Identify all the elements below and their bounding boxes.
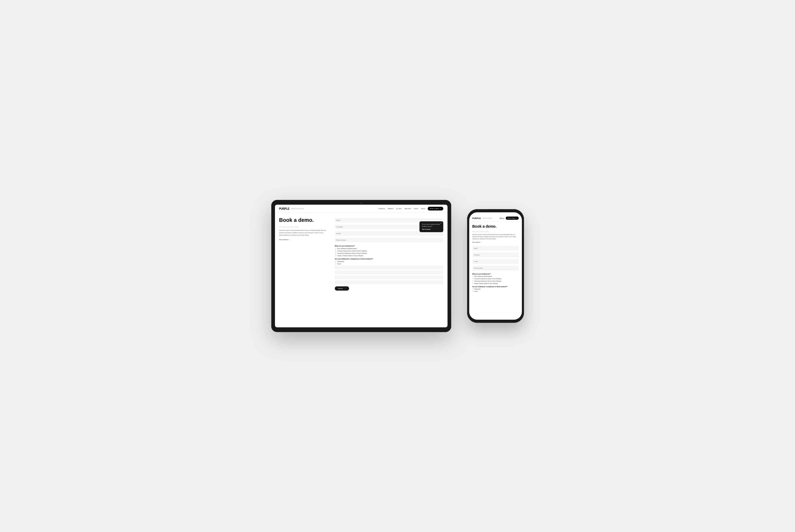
tablet-radio-2-2[interactable] (335, 263, 336, 265)
tablet-form-panel: What are you looking for?* Hyro Software… (332, 217, 443, 323)
tablet-option-2-1: Temporary (335, 261, 443, 262)
tablet-option-label-1-2: Customer Experience Center & Hyro Softwa… (338, 250, 367, 252)
phone-option-label-1-1: Hyro Software implementation (474, 276, 492, 277)
tablet-left-panel: Book a demo. Let's show you how it works… (279, 217, 332, 323)
phone-radio-2-2[interactable] (472, 290, 474, 292)
scene: PURPLE Digital Storytelling Solutions Pl… (255, 184, 540, 348)
tablet-radio-1-2[interactable] (335, 250, 336, 252)
tablet-content: Book a demo. Let's show you how it works… (275, 213, 448, 327)
tablet-radio-1-3[interactable] (335, 252, 336, 254)
phone-radio-2-1[interactable] (472, 288, 474, 289)
tablet-option-label-1-1: Hyro Software implementation (338, 248, 357, 249)
phone-description: Feel free to get in touch and talk about… (472, 233, 519, 240)
tablet-option-label-2-1: Temporary (338, 261, 344, 262)
tablet-radio-1-1[interactable] (335, 248, 336, 249)
tablet-camera (360, 202, 362, 204)
nav-link-solutions[interactable]: Solutions (378, 208, 385, 209)
tablet-logo-subtitle: Digital Storytelling (291, 208, 304, 209)
phone-option-label-1-3: Immersive Experience Room & Hyro Softwar… (474, 280, 502, 282)
phone-option-1-1: Hyro Software implementation (472, 276, 519, 277)
phone-email-input[interactable] (472, 259, 519, 264)
tablet-timeline-input[interactable] (335, 270, 443, 274)
tablet-device: PURPLE Digital Storytelling Solutions Pl… (271, 200, 451, 332)
tablet-radio-2-1[interactable] (335, 261, 336, 262)
tablet-purpose-input[interactable] (335, 281, 443, 284)
phone-option-1-3: Immersive Experience Room & Hyro Softwar… (472, 280, 519, 282)
tablet-logo: PURPLE Digital Storytelling (279, 207, 304, 210)
phone-phone-input[interactable] (472, 266, 519, 270)
nav-link-about[interactable]: About (421, 208, 425, 209)
phone-nav: PURPLE Digital Storytelling Menu Book a … (469, 212, 522, 222)
phone-logo-text: PURPLE (472, 217, 481, 220)
tablet-option-label-2-2: Fixed (338, 263, 341, 265)
phone-see-solutions-link[interactable]: See solutions (472, 242, 519, 243)
tablet-tooltip: ✕ Do you have a question before booking … (419, 221, 443, 232)
tablet-option-1-4: Studio / Hybrid solution & Hyro Software (335, 255, 443, 256)
tablet-see-solutions-link[interactable]: See solutions (279, 239, 327, 240)
tablet-phone-input[interactable] (335, 238, 443, 242)
phone-logo-subtitle: Digital Storytelling (483, 217, 492, 219)
tablet-location-input[interactable] (335, 265, 443, 269)
tooltip-cta[interactable]: Get in touch (422, 228, 441, 230)
tooltip-text: Do you have a question before booking a … (422, 224, 441, 227)
phone-section-label: Hello show you how it works (472, 231, 519, 232)
phone-screen: PURPLE Digital Storytelling Menu Book a … (469, 212, 522, 320)
phone-option-label-1-4: Studio / Hybrid solution & Hyro Software (474, 283, 498, 284)
phone-content: Book a demo. Hello show you how it works… (469, 222, 522, 320)
phone-nav-cta[interactable]: Book a demo (506, 216, 519, 220)
tablet-question-2: Are you looking for a temporary or fixed… (335, 258, 443, 260)
tablet-radio-1-4[interactable] (335, 255, 336, 256)
tablet-option-1-1: Hyro Software implementation (335, 248, 443, 249)
nav-link-approach[interactable]: Approach (404, 208, 411, 209)
phone-radio-1-1[interactable] (472, 276, 474, 277)
tablet-question-1: What are you looking for?* (335, 245, 443, 247)
tablet-option-label-1-3: Immersive Experience Room & Hyro Softwar… (338, 252, 367, 254)
nav-link-hyro[interactable]: Hyro (396, 208, 402, 209)
tooltip-close-icon[interactable]: ✕ (440, 222, 442, 225)
tablet-nav-cta-label: Book a demo (430, 208, 439, 209)
phone-device: PURPLE Digital Storytelling Menu Book a … (467, 209, 524, 323)
phone-option-1-2: Customer Experience Center & Hyro Softwa… (472, 278, 519, 280)
phone-option-label-2-1: Temporary (474, 288, 481, 290)
phone-option-label-1-2: Customer Experience Center & Hyro Softwa… (474, 278, 502, 280)
phone-option-label-2-2: Fixed (474, 290, 478, 292)
tablet-budget-input[interactable] (335, 276, 443, 279)
tablet-option-2-2: Fixed (335, 263, 443, 265)
tablet-option-label-1-4: Studio / Hybrid solution & Hyro Software (338, 255, 363, 256)
nav-link-cases[interactable]: Cases (414, 208, 418, 209)
phone-option-2-2: Fixed (472, 290, 519, 292)
phone-option-2-1: Temporary (472, 288, 519, 290)
phone-page-title: Book a demo. (472, 224, 519, 229)
phone-menu-link[interactable]: Menu (500, 217, 504, 219)
phone-radio-1-4[interactable] (472, 283, 474, 284)
phone-nav-cta-label: Book a demo (508, 217, 515, 219)
phone-question-2: Are you looking for a temporary or fixed… (472, 286, 519, 287)
tablet-nav: PURPLE Digital Storytelling Solutions Pl… (275, 205, 448, 213)
tablet-submit-label: Submit (338, 288, 343, 289)
phone-radio-1-2[interactable] (472, 278, 474, 279)
tablet-option-1-3: Immersive Experience Room & Hyro Softwar… (335, 252, 443, 254)
phone-logo: PURPLE Digital Storytelling (472, 217, 492, 220)
tablet-option-1-2: Customer Experience Center & Hyro Softwa… (335, 250, 443, 252)
tablet-section-label: Let's show you how it works (279, 226, 327, 228)
phone-radio-1-3[interactable] (472, 280, 474, 282)
phone-option-1-4: Studio / Hybrid solution & Hyro Software (472, 283, 519, 284)
tablet-submit-button[interactable]: Submit (335, 286, 349, 290)
tablet-nav-links: Solutions Platform Hyro Approach Cases A… (378, 207, 443, 210)
phone-question-1: What are you looking for?* (472, 273, 519, 275)
phone-company-input[interactable] (472, 252, 519, 257)
tablet-description: Feel free to get in touch and talk about… (279, 229, 327, 236)
tablet-logo-text: PURPLE (279, 207, 290, 210)
phone-name-input[interactable] (472, 246, 519, 251)
tablet-page-title: Book a demo. (279, 217, 327, 223)
phone-nav-right: Menu Book a demo (500, 216, 519, 220)
tablet-nav-cta[interactable]: Book a demo (428, 207, 443, 210)
nav-link-platform[interactable]: Platform (388, 208, 394, 209)
phone-notch (487, 209, 503, 212)
tablet-screen: PURPLE Digital Storytelling Solutions Pl… (275, 205, 448, 327)
